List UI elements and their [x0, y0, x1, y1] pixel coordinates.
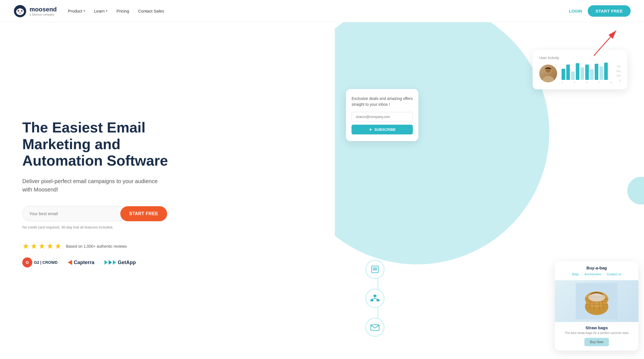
svg-rect-18 [370, 299, 373, 301]
hero-form: START FREE [22, 206, 167, 221]
bar-8 [595, 64, 598, 80]
star-4: ★ [47, 242, 53, 251]
navbar-left: moosend a Sitecore company Product ▾ Lea… [13, 4, 164, 18]
logo-icon [13, 4, 27, 18]
deco-circle [627, 177, 644, 205]
logo-name: moosend [30, 6, 57, 13]
disclaimer-text: No credit card required, 30-day trial al… [22, 225, 318, 229]
svg-rect-16 [373, 269, 377, 270]
svg-rect-15 [373, 268, 377, 269]
getapp-arrow-2 [109, 260, 112, 265]
getapp-label: GetApp [118, 260, 136, 265]
workflow-step-2 [365, 289, 384, 308]
getapp-badge: GetApp [104, 260, 136, 265]
badges-row: G G2 | CROWD Capterra GetApp [22, 257, 318, 267]
logo[interactable]: moosend a Sitecore company [13, 4, 57, 18]
nav-contact-sales[interactable]: Contact Sales [138, 9, 164, 13]
bar-3 [571, 72, 575, 80]
svg-line-21 [372, 299, 375, 299]
shop-product-title: Straw bags [560, 325, 633, 330]
chart-x-labels: 13579 [562, 81, 612, 84]
avatar-image [539, 65, 557, 82]
svg-rect-19 [377, 299, 379, 301]
hero-right: User Activity [335, 22, 644, 359]
star-2: ★ [30, 242, 37, 251]
svg-point-5 [18, 10, 18, 11]
svg-rect-17 [374, 295, 376, 297]
bar-chart [562, 63, 612, 80]
start-free-nav-button[interactable]: START FREE [588, 5, 631, 17]
star-5: ★ [55, 242, 62, 251]
capterra-badge: Capterra [68, 260, 94, 265]
hero-left: The Easiest Email Marketing and Automati… [0, 22, 335, 359]
star-3: ★ [38, 242, 45, 251]
svg-point-4 [19, 12, 21, 13]
start-free-hero-button[interactable]: START FREE [120, 206, 167, 221]
bar-2 [566, 65, 570, 80]
bar-9 [599, 67, 603, 80]
bag-illustration [576, 283, 618, 319]
chart-y-labels: 750 500 250 0 [616, 65, 621, 82]
red-arrow [566, 28, 622, 61]
g2-label: G2 | CROWD [34, 260, 58, 265]
svg-rect-7 [17, 9, 18, 9]
shop-nav-bags: Bags [572, 272, 579, 276]
nav-pricing[interactable]: Pricing [116, 9, 129, 13]
hero-title: The Easiest Email Marketing and Automati… [22, 119, 178, 169]
shop-nav-contact: Contact us [607, 272, 621, 276]
nav-product[interactable]: Product ▾ [68, 9, 85, 13]
subscribe-input[interactable] [352, 112, 413, 122]
svg-line-9 [594, 31, 616, 56]
shop-nav: Bags Accessories Contact us [560, 272, 633, 276]
workflow-diagram [365, 260, 384, 337]
shop-brand: Buy-a-bag [560, 265, 633, 270]
buy-now-button[interactable]: Buy Now [584, 338, 609, 346]
navbar: moosend a Sitecore company Product ▾ Lea… [0, 0, 644, 22]
shop-product-desc: The best straw bags for a perfect summer… [560, 331, 633, 335]
svg-point-6 [21, 10, 22, 11]
workflow-step-3 [365, 318, 384, 337]
chart-container: 13579 [562, 63, 612, 84]
login-button[interactable]: LOGIN [569, 9, 582, 13]
capterra-icon [68, 260, 72, 265]
activity-card-content: 13579 750 500 250 0 [539, 63, 621, 84]
illustration-wrapper: User Activity [335, 22, 644, 359]
getapp-arrow-3 [113, 260, 116, 265]
star-1: ★ [22, 242, 29, 251]
form-icon [370, 265, 379, 273]
bar-6 [585, 65, 589, 80]
shop-card-footer: Straw bags The best straw bags for a per… [555, 322, 638, 351]
hero-section: The Easiest Email Marketing and Automati… [0, 22, 644, 359]
g2-icon: G [22, 257, 32, 267]
svg-line-22 [375, 299, 378, 299]
bar-5 [580, 67, 584, 80]
hero-subtitle: Deliver pixel-perfect email campaigns to… [22, 177, 162, 194]
email-input[interactable] [22, 206, 126, 221]
subscribe-card: Exclusive deals and amazing offers strai… [346, 89, 418, 141]
stars-row: ★ ★ ★ ★ ★ Based on 1,000+ authentic revi… [22, 242, 318, 251]
shop-product-image [555, 280, 638, 322]
getapp-arrow-1 [104, 260, 108, 265]
bar-10 [604, 63, 608, 80]
person-icon [539, 65, 557, 82]
subscribe-button[interactable]: SUBSCRIBE [352, 125, 413, 134]
svg-point-11 [543, 76, 554, 82]
subscribe-text: Exclusive deals and amazing offers strai… [352, 96, 413, 107]
nav-links: Product ▾ Learn ▾ Pricing Contact Sales [68, 9, 164, 13]
learn-chevron-icon: ▾ [106, 9, 108, 13]
shop-nav-accessories: Accessories [585, 272, 601, 276]
logo-sub: a Sitecore company [30, 13, 57, 16]
avatar [539, 65, 557, 82]
shop-card-header: Buy-a-bag Bags Accessories Contact us [555, 261, 638, 280]
star-rating: ★ ★ ★ ★ ★ [22, 242, 62, 251]
nav-learn[interactable]: Learn ▾ [94, 9, 108, 13]
shop-card: Buy-a-bag Bags Accessories Contact us [555, 261, 638, 351]
navbar-right: LOGIN START FREE [569, 5, 631, 17]
reviews-text: Based on 1,000+ authentic reviews [66, 244, 127, 249]
email-icon [370, 324, 380, 331]
product-chevron-icon: ▾ [84, 9, 85, 13]
cursor-icon [369, 128, 373, 132]
g2-badge: G G2 | CROWD [22, 257, 58, 267]
capterra-label: Capterra [74, 260, 94, 265]
bar-1 [562, 69, 565, 80]
